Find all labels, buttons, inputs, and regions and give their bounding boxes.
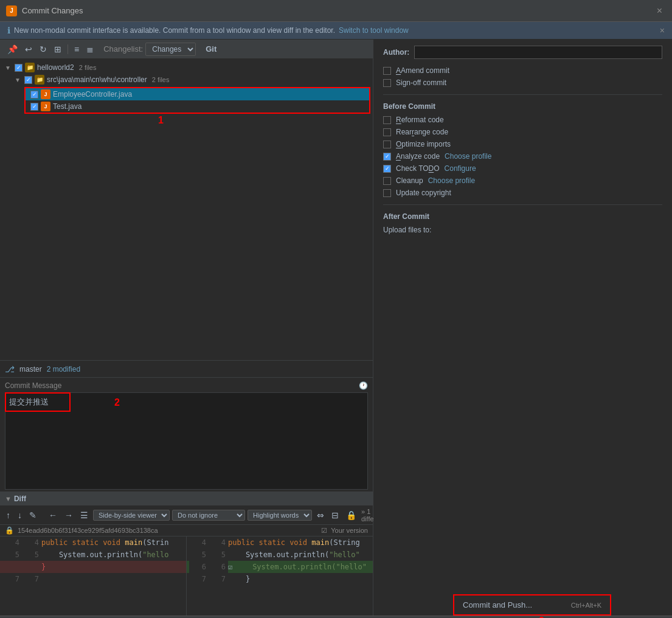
info-message: New non-modal commit interface is availa…	[14, 26, 335, 35]
pin-button[interactable]: 📌	[5, 43, 20, 55]
commit-and-push-item[interactable]: Commit and Push... Ctrl+Alt+K	[454, 595, 610, 614]
undo-button[interactable]: ↩	[23, 43, 35, 55]
diff-left-line-7: 7 7	[0, 573, 186, 585]
annotation-2: 2	[114, 397, 120, 408]
diff-hash-bar: 🔒 154eadd6b0b6f31f43ce929f5afd4693bc3138…	[0, 525, 373, 536]
diff-header: ▼ Diff	[0, 492, 373, 506]
diff-title: Diff	[14, 495, 26, 503]
commit-and-push-shortcut: Ctrl+Alt+K	[571, 602, 601, 609]
title-bar: J Commit Changes ×	[0, 0, 672, 22]
diff-left-line-4: 4 4 public static void main(Strin	[0, 536, 186, 549]
tree-file-test[interactable]: ✓ J Test.java	[26, 100, 369, 113]
file-tree: ▼ ✓ 📁 helloworld2 2 files ▼ ✓ 📁 src\java…	[0, 59, 373, 360]
diff-highlight-select[interactable]: Highlight words Highlight lines No highl…	[248, 510, 312, 521]
modified-count[interactable]: 2 modified	[47, 365, 80, 373]
diff-checkbox-hash[interactable]: ☑	[321, 527, 327, 535]
diff-lock-btn[interactable]: 🔒	[344, 509, 359, 521]
diff-viewer-select[interactable]: Side-by-side viewer Unified viewer	[93, 510, 170, 521]
tree-subfolder-item[interactable]: ▼ ✓ 📁 src\java\main\cn\whu\controller 2 …	[0, 74, 373, 86]
analyze-code-link[interactable]: Choose profile	[445, 152, 491, 161]
author-input[interactable]	[414, 46, 662, 59]
sign-off-commit-checkbox[interactable]	[383, 79, 391, 87]
commit-history-icon[interactable]: 🕐	[359, 381, 368, 390]
info-bar: ℹ New non-modal commit interface is avai…	[0, 22, 672, 40]
diff-prev-btn[interactable]: ←	[46, 509, 60, 521]
root-arrow-icon: ▼	[5, 64, 12, 71]
diff-up-btn[interactable]: ↑	[4, 509, 13, 521]
diff-toggle-arrow[interactable]: ▼	[5, 495, 12, 502]
diff-edit-btn[interactable]: ✎	[27, 509, 39, 521]
commit-and-push-label: Commit and Push...	[463, 600, 532, 609]
right-panel: Author: AAmend commit Sign-off commit Be…	[373, 40, 672, 616]
switch-to-tool-window-link[interactable]: Switch to tool window	[339, 26, 409, 35]
check-todo-label: Check TODO	[396, 164, 440, 173]
tree-file-employee[interactable]: ✓ J EmployeeController.java	[26, 88, 369, 100]
annotation-1: 1	[158, 115, 164, 125]
diff-right-line-5: 5 5 System.out.println("hello"	[187, 549, 373, 561]
changelist-label: Changelist:	[103, 44, 143, 54]
file-employee-checkbox[interactable]: ✓	[30, 91, 38, 99]
check-todo-link[interactable]: Configure	[445, 164, 476, 173]
expand-button[interactable]: ⊞	[52, 43, 64, 55]
changelist-select[interactable]: Changes	[145, 43, 196, 56]
window-title: Commit Changes	[22, 6, 83, 15]
commit-message-input[interactable]: 提交并推送	[5, 392, 368, 490]
cleanup-label: Cleanup	[396, 176, 423, 185]
info-bar-close-button[interactable]: ×	[660, 26, 665, 35]
left-toolbar: 📌 ↩ ↻ ⊞ ≡ ≣ Changelist: Changes Git	[0, 40, 373, 59]
file-test-checkbox[interactable]: ✓	[30, 103, 38, 111]
diff-lines-btn[interactable]: ☰	[78, 509, 91, 521]
divider-1	[383, 94, 662, 95]
optimize-imports-label: Optimize imports	[396, 140, 451, 148]
analyze-code-checkbox[interactable]: ✓	[383, 153, 391, 161]
reformat-code-checkbox[interactable]	[383, 116, 391, 124]
diff-left-line-removed: }	[0, 561, 186, 573]
tree-root-item[interactable]: ▼ ✓ 📁 helloworld2 2 files	[0, 61, 373, 74]
cleanup-checkbox[interactable]	[383, 177, 391, 185]
amend-commit-row: AAmend commit	[383, 66, 662, 75]
root-folder-icon: 📁	[25, 63, 35, 72]
root-checkbox[interactable]: ✓	[15, 64, 23, 72]
file-test-label: Test.java	[53, 102, 81, 111]
diff-line-checkbox[interactable]: ☑	[228, 561, 232, 573]
window-close-button[interactable]: ×	[653, 4, 666, 18]
after-commit-label: After Commit	[383, 212, 662, 221]
diff-section: ▼ Diff ↑ ↓ ✎ ← → ☰ Side-by-side viewer U…	[0, 491, 373, 616]
check-todo-checkbox[interactable]: ✓	[383, 165, 391, 173]
update-copyright-row: Update copyright	[383, 189, 662, 197]
amend-commit-checkbox[interactable]	[383, 67, 391, 75]
optimize-imports-checkbox[interactable]	[383, 141, 391, 148]
branch-status-bar: ⎇ master 2 modified	[0, 360, 373, 377]
cleanup-link[interactable]: Choose profile	[428, 176, 475, 185]
author-label: Author:	[383, 48, 409, 57]
left-panel: 📌 ↩ ↻ ⊞ ≡ ≣ Changelist: Changes Git ▼ ✓ …	[0, 40, 373, 616]
rearrange-code-checkbox[interactable]	[383, 128, 391, 136]
analyze-code-row: ✓ Analyze code Choose profile	[383, 152, 662, 161]
branch-icon: ⎇	[5, 364, 15, 374]
diff-sync-btn[interactable]: ⇔	[314, 509, 327, 521]
separator-1	[68, 44, 68, 54]
action-bar-wrapper: Commit and Push... Ctrl+Alt+K ? Commit ▾…	[0, 616, 672, 618]
diff-down-btn[interactable]: ↓	[15, 509, 24, 521]
file-test-icon: J	[41, 102, 50, 111]
action-bar: ? Commit ▾ Cancel 3	[0, 616, 672, 618]
sort-button[interactable]: ≡	[72, 43, 81, 55]
diff-next-btn[interactable]: →	[62, 509, 75, 521]
upload-files-row: Upload files to:	[383, 226, 662, 234]
update-copyright-checkbox[interactable]	[383, 189, 391, 197]
branch-name: master	[19, 365, 42, 373]
cleanup-row: Cleanup Choose profile	[383, 176, 662, 185]
commit-message-section: Commit Message 🕐 提交并推送 2	[0, 377, 373, 491]
diff-split-btn[interactable]: ⊟	[329, 509, 341, 521]
commit-message-label: Commit Message	[5, 381, 61, 390]
main-content: 📌 ↩ ↻ ⊞ ≡ ≣ Changelist: Changes Git ▼ ✓ …	[0, 40, 672, 616]
group-button[interactable]: ≣	[84, 43, 96, 55]
before-commit-label: Before Commit	[383, 102, 662, 111]
subfolder-checkbox[interactable]: ✓	[24, 76, 32, 84]
diff-ignore-select[interactable]: Do not ignore Ignore whitespace	[172, 510, 245, 521]
subfolder-arrow-icon: ▼	[15, 77, 22, 83]
sign-off-commit-row: Sign-off commit	[383, 78, 662, 87]
diff-toolbar: ↑ ↓ ✎ ← → ☰ Side-by-side viewer Unified …	[0, 506, 373, 525]
refresh-button[interactable]: ↻	[37, 43, 49, 55]
reformat-code-label: Reformat code	[396, 116, 444, 124]
